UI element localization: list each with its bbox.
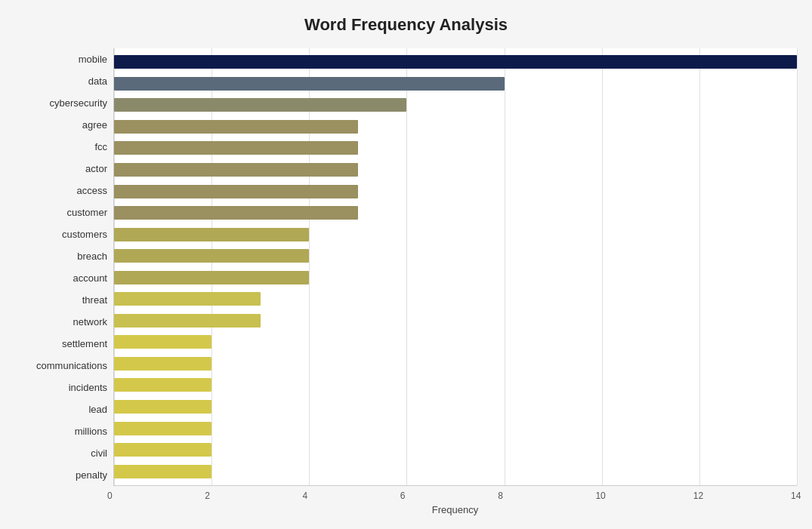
y-label-breach: breach — [77, 251, 107, 261]
bars-and-grid — [113, 48, 797, 486]
y-label-data: data — [88, 76, 107, 86]
bar-row-actor — [114, 159, 797, 181]
bar-access — [114, 185, 358, 198]
bar-actor — [114, 163, 358, 177]
bar-row-civil — [114, 439, 797, 461]
bar-breach — [114, 249, 309, 263]
bar-mobile — [114, 55, 797, 69]
x-tick-12: 12 — [693, 491, 703, 501]
x-tick-0: 0 — [107, 491, 113, 501]
y-label-fcc: fcc — [94, 142, 107, 152]
y-label-cybersecurity: cybersecurity — [49, 98, 107, 108]
bar-settlement — [114, 335, 211, 349]
x-tick-10: 10 — [595, 491, 605, 501]
y-label-network: network — [73, 317, 107, 327]
bar-row-lead — [114, 396, 797, 418]
y-label-customers: customers — [62, 229, 107, 239]
bar-communications — [114, 357, 211, 371]
bar-row-threat — [114, 288, 797, 310]
y-label-millions: millions — [75, 426, 107, 436]
bar-row-communications — [114, 353, 797, 375]
bar-row-cybersecurity — [114, 94, 797, 116]
y-label-access: access — [77, 186, 107, 195]
y-label-incidents: incidents — [69, 383, 107, 392]
x-tick-6: 6 — [400, 491, 406, 501]
x-tick-2: 2 — [205, 491, 210, 501]
bar-row-breach — [114, 245, 797, 267]
x-tick-8: 8 — [498, 491, 503, 501]
y-label-settlement: settlement — [62, 339, 107, 349]
bar-incidents — [114, 378, 211, 392]
bar-row-access — [114, 180, 797, 202]
y-axis-labels: mobiledatacybersecurityagreefccactoracce… — [15, 48, 113, 486]
grid-line-14 — [797, 48, 798, 485]
bar-row-millions — [114, 417, 797, 439]
bar-row-data — [114, 73, 797, 95]
x-axis-title: Frequency — [113, 504, 797, 515]
bar-row-account — [114, 266, 797, 288]
bar-row-incidents — [114, 374, 797, 396]
x-tick-4: 4 — [303, 491, 308, 501]
y-label-customer: customer — [67, 208, 107, 217]
y-label-agree: agree — [82, 120, 107, 130]
y-label-communications: communications — [36, 361, 107, 371]
bar-network — [114, 314, 261, 328]
y-label-penalty: penalty — [76, 470, 107, 480]
y-label-actor: actor — [85, 164, 107, 174]
bar-row-mobile — [114, 51, 797, 73]
bar-row-agree — [114, 116, 797, 138]
bar-agree — [114, 120, 358, 134]
bar-cybersecurity — [114, 98, 406, 112]
chart-title: Word Frequency Analysis — [15, 15, 797, 35]
bar-customers — [114, 228, 309, 241]
bar-account — [114, 271, 309, 284]
y-label-threat: threat — [82, 295, 107, 305]
x-tick-14: 14 — [791, 491, 801, 501]
y-label-lead: lead — [88, 404, 107, 414]
bars-wrapper — [114, 48, 797, 485]
bar-lead — [114, 400, 211, 414]
bar-row-network — [114, 310, 797, 332]
chart-area: mobiledatacybersecurityagreefccactoracce… — [15, 48, 797, 486]
bar-millions — [114, 422, 211, 435]
bar-row-customers — [114, 223, 797, 245]
bar-row-penalty — [114, 460, 797, 482]
bar-row-fcc — [114, 137, 797, 159]
chart-container: Word Frequency Analysis mobiledatacybers… — [0, 0, 812, 529]
bar-data — [114, 77, 505, 91]
bar-fcc — [114, 141, 358, 155]
bar-row-settlement — [114, 331, 797, 353]
bar-row-customer — [114, 202, 797, 224]
bar-customer — [114, 206, 358, 220]
x-axis-labels: 02468101214 — [113, 486, 797, 501]
bar-penalty — [114, 465, 211, 478]
y-label-mobile: mobile — [79, 54, 107, 64]
y-label-civil: civil — [91, 448, 107, 458]
y-label-account: account — [73, 273, 107, 283]
bar-threat — [114, 292, 261, 306]
bar-civil — [114, 443, 211, 457]
